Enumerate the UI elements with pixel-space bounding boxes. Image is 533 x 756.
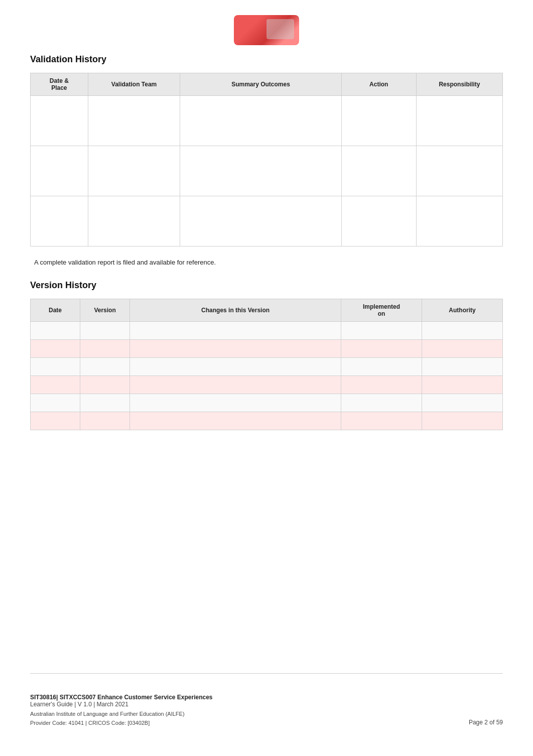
ver-r4-implemented	[341, 376, 422, 394]
ver-r1-changes	[130, 322, 341, 340]
ver-r6-authority	[422, 412, 503, 430]
ver-r1-authority	[422, 322, 503, 340]
vh-r1-date	[31, 96, 88, 146]
logo-area	[30, 15, 503, 45]
version-history-title: Version History	[30, 280, 503, 291]
vh-row-2	[31, 146, 503, 196]
ver-r4-changes	[130, 376, 341, 394]
vh-col-date-place: Date &Place	[31, 73, 88, 96]
validation-history-title: Validation History	[30, 54, 503, 65]
ver-r6-changes	[130, 412, 341, 430]
vh-col-summary-outcomes: Summary Outcomes	[180, 73, 341, 96]
ver-row-3	[31, 358, 503, 376]
vh-r3-date	[31, 196, 88, 246]
ver-r5-authority	[422, 394, 503, 412]
vh-r2-date	[31, 146, 88, 196]
footer-page-number: Page 2 of 59	[469, 719, 503, 726]
ver-row-5	[31, 394, 503, 412]
validation-note: A complete validation report is filed an…	[30, 259, 503, 266]
ver-r5-version	[80, 394, 130, 412]
vh-r1-action	[341, 96, 416, 146]
ver-r3-authority	[422, 358, 503, 376]
version-history-section: Version History Date Version Changes in …	[30, 280, 503, 442]
vh-r1-team	[88, 96, 180, 146]
ver-r5-implemented	[341, 394, 422, 412]
page-container: Validation History Date &Place Validatio…	[0, 0, 533, 756]
vh-r2-responsibility	[416, 146, 502, 196]
ver-r2-version	[80, 340, 130, 358]
ver-row-4	[31, 376, 503, 394]
logo-image	[234, 15, 299, 45]
vh-r2-summary	[180, 146, 341, 196]
footer-course-title: SIT30816| SITXCCS007 Enhance Customer Se…	[30, 694, 503, 701]
ver-r5-changes	[130, 394, 341, 412]
ver-r4-authority	[422, 376, 503, 394]
vh-col-validation-team: Validation Team	[88, 73, 180, 96]
ver-r3-date	[31, 358, 80, 376]
vh-row-3	[31, 196, 503, 246]
footer: SIT30816| SITXCCS007 Enhance Customer Se…	[30, 673, 503, 726]
ver-r3-implemented	[341, 358, 422, 376]
vh-r3-team	[88, 196, 180, 246]
footer-guide-version: Learner's Guide | V 1.0 | March 2021	[30, 701, 503, 708]
ver-col-implemented: Implementedon	[341, 299, 422, 322]
vh-r3-action	[341, 196, 416, 246]
ver-r6-implemented	[341, 412, 422, 430]
version-history-table: Date Version Changes in this Version Imp…	[30, 299, 503, 430]
ver-col-date: Date	[31, 299, 80, 322]
vh-r1-responsibility	[416, 96, 502, 146]
ver-r1-date	[31, 322, 80, 340]
ver-r3-version	[80, 358, 130, 376]
ver-col-authority: Authority	[422, 299, 503, 322]
ver-r2-date	[31, 340, 80, 358]
ver-r5-date	[31, 394, 80, 412]
vh-r3-responsibility	[416, 196, 502, 246]
ver-r6-date	[31, 412, 80, 430]
ver-col-changes: Changes in this Version	[130, 299, 341, 322]
vh-r3-summary	[180, 196, 341, 246]
ver-r2-changes	[130, 340, 341, 358]
ver-r1-version	[80, 322, 130, 340]
vh-row-1	[31, 96, 503, 146]
validation-history-table: Date &Place Validation Team Summary Outc…	[30, 73, 503, 246]
footer-institute-line2: Provider Code: 41041 | CRICOS Code: [034…	[30, 720, 503, 726]
ver-r1-implemented	[341, 322, 422, 340]
ver-row-1	[31, 322, 503, 340]
ver-r6-version	[80, 412, 130, 430]
ver-r2-authority	[422, 340, 503, 358]
ver-row-2	[31, 340, 503, 358]
validation-history-section: Validation History Date &Place Validatio…	[30, 54, 503, 280]
vh-r2-team	[88, 146, 180, 196]
vh-r2-action	[341, 146, 416, 196]
ver-r3-changes	[130, 358, 341, 376]
ver-r4-date	[31, 376, 80, 394]
ver-r2-implemented	[341, 340, 422, 358]
ver-row-6	[31, 412, 503, 430]
ver-r4-version	[80, 376, 130, 394]
vh-col-responsibility: Responsibility	[416, 73, 502, 96]
vh-col-action: Action	[341, 73, 416, 96]
footer-institute-line1: Australian Institute of Language and Fur…	[30, 711, 503, 717]
vh-r1-summary	[180, 96, 341, 146]
ver-col-version: Version	[80, 299, 130, 322]
